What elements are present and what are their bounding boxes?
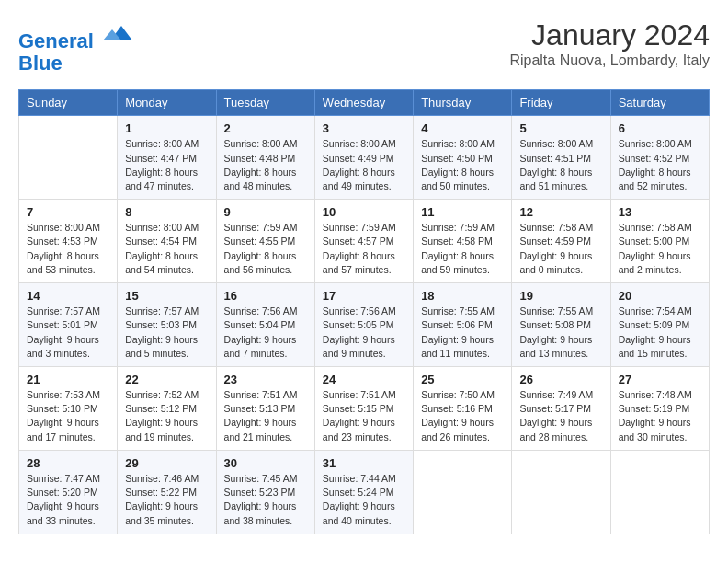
sunrise-text: Sunrise: 7:46 AM <box>125 473 199 484</box>
daylight-text: Daylight: 9 hours and 3 minutes. <box>27 334 99 359</box>
daylight-text: Daylight: 9 hours and 9 minutes. <box>323 334 395 359</box>
table-row: 17 Sunrise: 7:56 AM Sunset: 5:05 PM Dayl… <box>314 283 413 367</box>
day-number: 9 <box>224 205 307 219</box>
sunset-text: Sunset: 5:22 PM <box>125 487 197 498</box>
sunrise-text: Sunrise: 7:56 AM <box>323 305 396 316</box>
day-info: Sunrise: 7:49 AM Sunset: 5:17 PM Dayligh… <box>519 388 602 444</box>
day-number: 2 <box>224 121 307 135</box>
table-row: 8 Sunrise: 8:00 AM Sunset: 4:54 PM Dayli… <box>118 200 216 283</box>
table-row: 1 Sunrise: 8:00 AM Sunset: 4:47 PM Dayli… <box>118 116 216 200</box>
day-info: Sunrise: 7:58 AM Sunset: 4:59 PM Dayligh… <box>519 221 602 277</box>
sunset-text: Sunset: 5:13 PM <box>224 403 296 414</box>
daylight-text: Daylight: 8 hours and 48 minutes. <box>224 167 297 191</box>
calendar-title: January 2024 <box>509 18 710 52</box>
logo-general: General <box>18 29 94 52</box>
sunset-text: Sunset: 4:55 PM <box>224 236 296 247</box>
day-info: Sunrise: 7:55 AM Sunset: 5:06 PM Dayligh… <box>421 304 504 361</box>
daylight-text: Daylight: 9 hours and 26 minutes. <box>421 417 494 442</box>
table-row: 14 Sunrise: 7:57 AM Sunset: 5:01 PM Dayl… <box>19 283 118 367</box>
sunrise-text: Sunrise: 7:51 AM <box>224 389 298 400</box>
daylight-text: Daylight: 9 hours and 5 minutes. <box>125 334 198 359</box>
calendar-week-row: 28 Sunrise: 7:47 AM Sunset: 5:20 PM Dayl… <box>19 450 710 534</box>
table-row: 5 Sunrise: 8:00 AM Sunset: 4:51 PM Dayli… <box>512 116 610 200</box>
table-row: 10 Sunrise: 7:59 AM Sunset: 4:57 PM Dayl… <box>314 200 413 283</box>
sunset-text: Sunset: 5:24 PM <box>323 487 394 498</box>
table-row: 20 Sunrise: 7:54 AM Sunset: 5:09 PM Dayl… <box>610 283 709 367</box>
table-row: 9 Sunrise: 7:59 AM Sunset: 4:55 PM Dayli… <box>216 200 314 283</box>
daylight-text: Daylight: 9 hours and 30 minutes. <box>619 417 691 442</box>
day-number: 5 <box>519 121 602 135</box>
daylight-text: Daylight: 8 hours and 50 minutes. <box>421 167 494 191</box>
day-info: Sunrise: 8:00 AM Sunset: 4:49 PM Dayligh… <box>323 137 405 193</box>
sunrise-text: Sunrise: 7:56 AM <box>224 305 298 316</box>
day-number: 21 <box>27 373 109 386</box>
daylight-text: Daylight: 8 hours and 57 minutes. <box>323 250 395 275</box>
table-row <box>512 450 610 534</box>
table-row: 12 Sunrise: 7:58 AM Sunset: 4:59 PM Dayl… <box>512 200 610 283</box>
daylight-text: Daylight: 8 hours and 59 minutes. <box>421 250 494 275</box>
title-block: January 2024 Ripalta Nuova, Lombardy, It… <box>509 18 710 69</box>
table-row: 16 Sunrise: 7:56 AM Sunset: 5:04 PM Dayl… <box>216 283 314 367</box>
sunset-text: Sunset: 4:50 PM <box>421 153 493 164</box>
table-row: 21 Sunrise: 7:53 AM Sunset: 5:10 PM Dayl… <box>19 367 118 451</box>
day-info: Sunrise: 7:56 AM Sunset: 5:05 PM Dayligh… <box>323 304 405 361</box>
day-number: 7 <box>27 205 109 219</box>
day-info: Sunrise: 8:00 AM Sunset: 4:50 PM Dayligh… <box>421 137 504 193</box>
daylight-text: Daylight: 9 hours and 19 minutes. <box>125 417 198 442</box>
table-row: 28 Sunrise: 7:47 AM Sunset: 5:20 PM Dayl… <box>19 450 118 534</box>
sunset-text: Sunset: 5:04 PM <box>224 319 296 330</box>
sunrise-text: Sunrise: 7:52 AM <box>125 389 199 400</box>
logo-text: General <box>18 18 132 52</box>
header-monday: Monday <box>118 90 216 116</box>
day-number: 1 <box>125 121 208 135</box>
sunset-text: Sunset: 4:57 PM <box>323 236 394 247</box>
sunrise-text: Sunrise: 7:58 AM <box>619 222 692 233</box>
sunset-text: Sunset: 4:53 PM <box>27 236 98 247</box>
sunset-text: Sunset: 5:01 PM <box>27 319 98 330</box>
day-number: 20 <box>619 289 701 303</box>
day-info: Sunrise: 7:54 AM Sunset: 5:09 PM Dayligh… <box>619 304 701 361</box>
header-thursday: Thursday <box>414 90 512 116</box>
daylight-text: Daylight: 9 hours and 40 minutes. <box>323 500 395 525</box>
day-info: Sunrise: 8:00 AM Sunset: 4:53 PM Dayligh… <box>27 221 109 277</box>
sunrise-text: Sunrise: 7:51 AM <box>323 389 396 400</box>
sunrise-text: Sunrise: 7:44 AM <box>323 473 396 484</box>
sunset-text: Sunset: 5:09 PM <box>619 319 690 330</box>
sunset-text: Sunset: 5:10 PM <box>27 403 98 414</box>
day-number: 29 <box>125 456 208 470</box>
day-number: 23 <box>224 373 307 386</box>
day-number: 28 <box>27 456 109 470</box>
table-row <box>19 116 118 200</box>
day-info: Sunrise: 7:46 AM Sunset: 5:22 PM Dayligh… <box>125 472 208 528</box>
daylight-text: Daylight: 8 hours and 52 minutes. <box>619 167 691 191</box>
day-number: 18 <box>421 289 504 303</box>
day-info: Sunrise: 7:47 AM Sunset: 5:20 PM Dayligh… <box>27 472 109 528</box>
calendar-week-row: 7 Sunrise: 8:00 AM Sunset: 4:53 PM Dayli… <box>19 200 710 283</box>
day-number: 22 <box>125 373 208 386</box>
sunset-text: Sunset: 4:58 PM <box>421 236 493 247</box>
daylight-text: Daylight: 9 hours and 7 minutes. <box>224 334 297 359</box>
day-info: Sunrise: 7:59 AM Sunset: 4:55 PM Dayligh… <box>224 221 307 277</box>
table-row: 22 Sunrise: 7:52 AM Sunset: 5:12 PM Dayl… <box>118 367 216 451</box>
sunset-text: Sunset: 5:16 PM <box>421 403 493 414</box>
sunset-text: Sunset: 5:03 PM <box>125 319 197 330</box>
sunset-text: Sunset: 4:54 PM <box>125 236 197 247</box>
sunrise-text: Sunrise: 7:57 AM <box>125 305 199 316</box>
calendar-week-row: 14 Sunrise: 7:57 AM Sunset: 5:01 PM Dayl… <box>19 283 710 367</box>
daylight-text: Daylight: 8 hours and 54 minutes. <box>125 250 198 275</box>
day-number: 15 <box>125 289 208 303</box>
calendar-week-row: 1 Sunrise: 8:00 AM Sunset: 4:47 PM Dayli… <box>19 116 710 200</box>
header-sunday: Sunday <box>19 90 118 116</box>
header-friday: Friday <box>512 90 610 116</box>
calendar-week-row: 21 Sunrise: 7:53 AM Sunset: 5:10 PM Dayl… <box>19 367 710 451</box>
sunset-text: Sunset: 4:49 PM <box>323 153 394 164</box>
sunset-text: Sunset: 5:08 PM <box>519 319 591 330</box>
day-number: 11 <box>421 205 504 219</box>
daylight-text: Daylight: 9 hours and 38 minutes. <box>224 500 297 525</box>
table-row: 7 Sunrise: 8:00 AM Sunset: 4:53 PM Dayli… <box>19 200 118 283</box>
sunset-text: Sunset: 4:52 PM <box>619 153 690 164</box>
daylight-text: Daylight: 8 hours and 53 minutes. <box>27 250 99 275</box>
table-row: 25 Sunrise: 7:50 AM Sunset: 5:16 PM Dayl… <box>414 367 512 451</box>
sunset-text: Sunset: 4:47 PM <box>125 153 197 164</box>
table-row: 29 Sunrise: 7:46 AM Sunset: 5:22 PM Dayl… <box>118 450 216 534</box>
